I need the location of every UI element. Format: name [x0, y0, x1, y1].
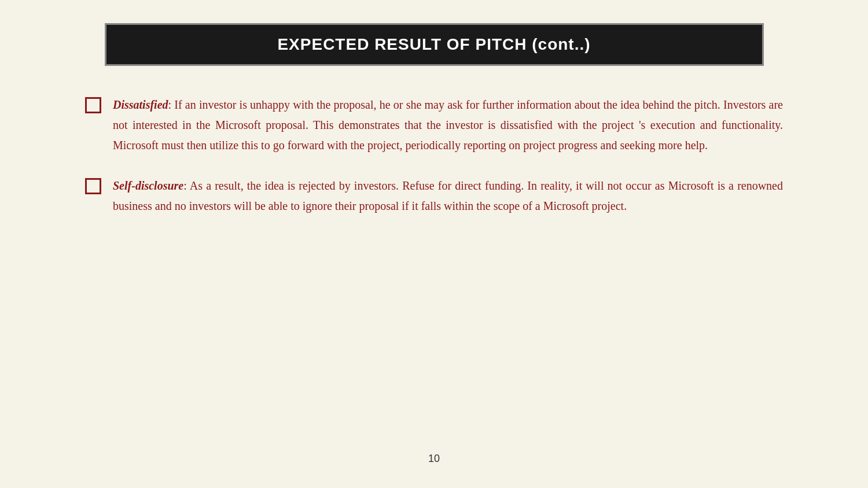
checkbox-dissatisfied[interactable]	[85, 97, 101, 113]
bullet-text-dissatisfied: If an investor is unhappy with the propo…	[113, 98, 783, 151]
bullet-content-dissatisfied: Dissatisfied: If an investor is unhappy …	[113, 95, 783, 156]
content-area: Dissatisfied: If an investor is unhappy …	[85, 95, 783, 216]
slide-title: EXPECTED RESULT OF PITCH (cont..)	[277, 35, 590, 53]
slide-container: EXPECTED RESULT OF PITCH (cont..) Dissat…	[0, 0, 868, 488]
bullet-item-dissatisfied: Dissatisfied: If an investor is unhappy …	[85, 95, 783, 156]
bullet-content-self-disclosure: Self-disclosure: As a result, the idea i…	[113, 176, 783, 216]
bullet-text-self-disclosure: As a result, the idea is rejected by inv…	[113, 179, 783, 212]
bullet-item-self-disclosure: Self-disclosure: As a result, the idea i…	[85, 176, 783, 216]
bullet-label-self-disclosure: Self-disclosure	[113, 179, 183, 192]
title-box: EXPECTED RESULT OF PITCH (cont..)	[105, 23, 764, 66]
page-number: 10	[428, 435, 440, 465]
checkbox-self-disclosure[interactable]	[85, 178, 101, 194]
bullet-label-dissatisfied: Dissatisfied	[113, 98, 168, 111]
